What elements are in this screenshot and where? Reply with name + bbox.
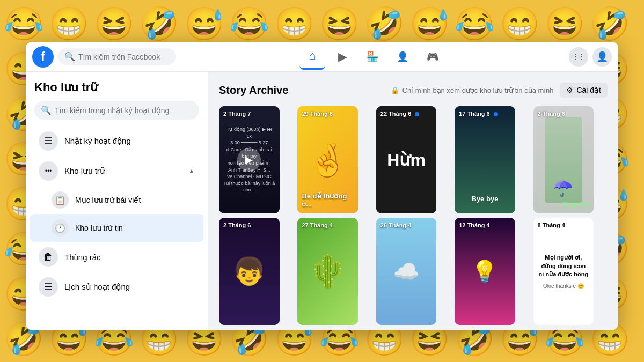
- story-card-6[interactable]: 👦 2 Tháng 6: [219, 218, 280, 325]
- grid-menu-btn[interactable]: ⋮⋮: [569, 47, 588, 67]
- saved-posts-label: Mục lưu trữ bài viết: [75, 196, 141, 204]
- archive-label: Kho lưu trữ: [64, 166, 105, 176]
- story-label-5: Ur green: [563, 201, 589, 208]
- nav-marketplace-btn[interactable]: 🏪: [360, 44, 385, 70]
- story-card-3[interactable]: Hừm 22 Tháng 6: [376, 106, 437, 213]
- story-date-3: 22 Tháng 6: [380, 110, 420, 117]
- sidebar-search[interactable]: 🔍: [34, 101, 199, 120]
- activity-log-icon: ☰: [39, 131, 58, 151]
- story-card-1[interactable]: Tự động (360p) ▶ ⏭ 1x3:00 ━━━━━━ 5:27rt …: [219, 106, 280, 213]
- content-area: Kho lưu trữ 🔍 ☰ Nhật ký hoạt động ••• Kh…: [26, 72, 618, 330]
- dot-3: [415, 112, 419, 116]
- sidebar-item-history[interactable]: ☰ Lịch sử hoạt động: [30, 272, 203, 302]
- trash-label: Thùng rác: [64, 253, 101, 262]
- archive-title: Story Archive: [219, 84, 288, 97]
- privacy-text: Chỉ mình bạn xem được kho lưu trữ tin củ…: [402, 86, 554, 94]
- sidebar-search-icon: 🔍: [41, 105, 52, 115]
- sidebar-item-archive[interactable]: ••• Kho lưu trữ ▲: [30, 156, 203, 186]
- story-archive-icon: 🕐: [52, 219, 69, 237]
- nav-icons: ⌂ ▶ 🏪 👤 🎮: [180, 44, 565, 70]
- story-date-4: 17 Tháng 6: [459, 110, 498, 117]
- story-date-6: 2 Tháng 6: [223, 222, 251, 228]
- nav-friends-btn[interactable]: 👤: [390, 44, 415, 70]
- story-label-4: Bye bye: [472, 195, 499, 203]
- settings-button[interactable]: ⚙ Cài đặt: [560, 83, 608, 98]
- sidebar: Kho lưu trữ 🔍 ☰ Nhật ký hoạt động ••• Kh…: [26, 72, 208, 330]
- sidebar-item-activity-log[interactable]: ☰ Nhật ký hoạt động: [30, 126, 203, 156]
- story-date-7: 27 Tháng 4: [302, 222, 332, 228]
- archive-header: Story Archive 🔒 Chỉ mình bạn xem được kh…: [219, 83, 608, 98]
- story-text-10: Mọi người ơi, đừng dùng icon ni nữa được…: [539, 254, 589, 278]
- search-icon: 🔍: [64, 51, 75, 62]
- settings-gear-icon: ⚙: [566, 86, 573, 94]
- search-input[interactable]: [78, 53, 170, 61]
- nav-home-btn[interactable]: ⌂: [299, 44, 325, 70]
- story-card-9[interactable]: 💡 12 Tháng 4: [455, 218, 515, 325]
- main-panel: Story Archive 🔒 Chỉ mình bạn xem được kh…: [208, 72, 618, 330]
- story-date-2: 29 Tháng 6: [302, 110, 332, 117]
- story-card-7[interactable]: 🌵 27 Tháng 4: [297, 218, 358, 325]
- activity-log-label: Nhật ký hoạt động: [64, 136, 131, 146]
- sidebar-search-input[interactable]: [55, 106, 193, 115]
- trash-icon: 🗑: [39, 247, 58, 267]
- story-date-8: 26 Tháng 4: [380, 222, 411, 228]
- dot-4: [494, 112, 498, 116]
- story-subtext-10: Okie thanks e 😊: [543, 283, 584, 289]
- story-card-8[interactable]: ☁️ 26 Tháng 4: [376, 218, 437, 325]
- sidebar-sub-item-saved-posts[interactable]: 📋 Mục lưu trữ bài viết: [30, 186, 203, 214]
- sidebar-item-trash[interactable]: 🗑 Thùng rác: [30, 242, 203, 272]
- navbar: f 🔍 ⌂ ▶ 🏪 👤 🎮 ⋮⋮ 👤: [26, 42, 618, 72]
- search-bar[interactable]: 🔍: [58, 48, 176, 65]
- lock-icon: 🔒: [391, 86, 399, 94]
- sidebar-title: Kho lưu trữ: [26, 80, 208, 101]
- settings-label: Cài đặt: [576, 86, 601, 94]
- nav-gaming-btn[interactable]: 🎮: [420, 44, 445, 70]
- profile-btn[interactable]: 👤: [592, 47, 612, 67]
- nav-watch-btn[interactable]: ▶: [330, 44, 355, 70]
- story-grid: Tự động (360p) ▶ ⏭ 1x3:00 ━━━━━━ 5:27rt …: [219, 106, 608, 325]
- play-icon: ▶: [237, 148, 261, 172]
- archive-icon: •••: [39, 161, 58, 181]
- facebook-logo[interactable]: f: [32, 46, 54, 68]
- story-archive-label: Kho lưu trữ tin: [75, 224, 123, 232]
- story-date-9: 12 Tháng 4: [459, 222, 489, 228]
- main-window: f 🔍 ⌂ ▶ 🏪 👤 🎮 ⋮⋮ 👤 Kho lưu trữ 🔍 ☰: [26, 42, 618, 330]
- story-card-10[interactable]: Mọi người ơi, đừng dùng icon ni nữa được…: [533, 218, 594, 325]
- story-date-10: 8 Tháng 4: [538, 222, 565, 228]
- nav-right: ⋮⋮ 👤: [569, 47, 612, 67]
- story-card-2[interactable]: 🤞 29 Tháng 6 Be dễ thương d...: [297, 106, 358, 213]
- history-icon: ☰: [39, 277, 58, 297]
- story-label-2: Be dễ thương d...: [302, 192, 354, 208]
- story-date-5: 2 Tháng 6: [538, 110, 565, 117]
- saved-posts-icon: 📋: [52, 191, 69, 209]
- archive-chevron-icon: ▲: [188, 167, 195, 175]
- story-date-1: 2 Tháng 7: [223, 110, 251, 117]
- sidebar-sub-item-story-archive[interactable]: 🕐 Kho lưu trữ tin: [30, 214, 203, 242]
- archive-privacy: 🔒 Chỉ mình bạn xem được kho lưu trữ tin …: [391, 86, 554, 94]
- story-card-5[interactable]: ☂️ 2 Tháng 6 Ur green: [533, 106, 594, 213]
- history-label: Lịch sử hoạt động: [64, 282, 130, 292]
- story-card-4[interactable]: 17 Tháng 6 Bye bye: [455, 106, 515, 213]
